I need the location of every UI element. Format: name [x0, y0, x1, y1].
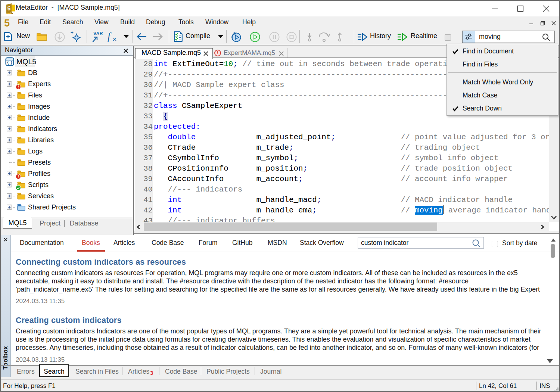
- svg-text:f: f: [108, 31, 112, 42]
- svg-text:5: 5: [7, 5, 11, 12]
- svg-text:VAR: VAR: [93, 31, 103, 36]
- svg-text:×: ×: [112, 35, 117, 43]
